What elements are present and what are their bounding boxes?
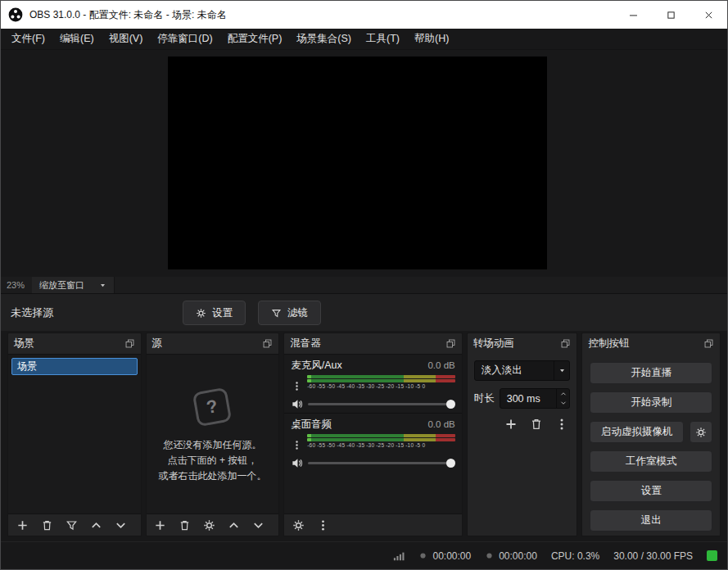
scenes-toolbar bbox=[8, 513, 141, 536]
menu-tools[interactable]: 工具(T) bbox=[359, 29, 407, 49]
cpu-usage: CPU: 0.3% bbox=[551, 550, 599, 562]
zoom-fit-select[interactable]: 缩放至窗口 bbox=[32, 277, 114, 293]
menu-scene-collection[interactable]: 场景集合(S) bbox=[289, 29, 359, 49]
source-properties-button[interactable]: 设置 bbox=[183, 301, 246, 325]
menu-edit[interactable]: 编辑(E) bbox=[52, 29, 102, 49]
studio-mode-button[interactable]: 工作室模式 bbox=[590, 450, 712, 473]
scene-list-item[interactable]: 场景 bbox=[11, 358, 138, 375]
mixer-title: 混音器 bbox=[290, 337, 321, 351]
add-transition-button[interactable] bbox=[504, 418, 518, 431]
volume-meter: -60 -55 -50 -45 -40 -35 -30 -25 -20 -15 … bbox=[307, 434, 454, 448]
duration-value: 300 ms bbox=[500, 389, 557, 408]
menubar: 文件(F) 编辑(E) 视图(V) 停靠窗口(D) 配置文件(P) 场景集合(S… bbox=[1, 29, 727, 50]
source-list[interactable]: ? 您还没有添加任何源。 点击下面的 + 按钮， 或者右击此处添加一个。 bbox=[147, 354, 279, 513]
mixer-channel-mic: 麦克风/Aux 0.0 dB -60 -55 -50 -45 -40 -35 -… bbox=[284, 355, 461, 413]
window-title: OBS 31.0.0 - 配置文件: 未命名 - 场景: 未命名 bbox=[29, 8, 227, 22]
menu-profile[interactable]: 配置文件(P) bbox=[220, 29, 290, 49]
zoom-percent: 23% bbox=[1, 277, 32, 293]
volume-meter: -60 -55 -50 -45 -40 -35 -30 -25 -20 -15 … bbox=[307, 375, 454, 389]
network-signal-icon bbox=[393, 550, 405, 562]
sources-title: 源 bbox=[152, 337, 163, 351]
transitions-body: 淡入淡出 时长 300 ms bbox=[468, 354, 577, 536]
move-scene-down-button[interactable] bbox=[114, 518, 127, 532]
dock-icon[interactable] bbox=[262, 338, 273, 349]
stream-status-icon bbox=[418, 551, 427, 560]
mixer-body: 麦克风/Aux 0.0 dB -60 -55 -50 -45 -40 -35 -… bbox=[284, 354, 461, 513]
move-source-up-button[interactable] bbox=[228, 518, 241, 532]
menu-file[interactable]: 文件(F) bbox=[4, 29, 52, 49]
start-recording-button[interactable]: 开始录制 bbox=[590, 391, 712, 414]
record-timer: 00:00:00 bbox=[485, 550, 537, 562]
preview-canvas[interactable] bbox=[168, 57, 547, 269]
exit-button[interactable]: 退出 bbox=[590, 509, 712, 532]
mute-button[interactable] bbox=[291, 398, 303, 410]
volume-slider-handle[interactable] bbox=[446, 400, 455, 409]
controls-title: 控制按钮 bbox=[588, 337, 629, 351]
chevron-down-icon bbox=[99, 282, 106, 289]
horizontal-scrollbar[interactable] bbox=[114, 277, 727, 293]
transition-select[interactable]: 淡入淡出 bbox=[474, 360, 571, 381]
channel-db-value: 0.0 dB bbox=[427, 419, 454, 429]
transition-options-button[interactable] bbox=[555, 418, 568, 431]
meter-scale: -60 -55 -50 -45 -40 -35 -30 -25 -20 -15 … bbox=[307, 383, 454, 389]
remove-transition-button[interactable] bbox=[530, 418, 543, 431]
duration-increase-button[interactable] bbox=[557, 389, 569, 399]
preview-zoom-bar: 23% 缩放至窗口 bbox=[1, 277, 727, 293]
move-source-down-button[interactable] bbox=[252, 518, 265, 532]
settings-button[interactable]: 设置 bbox=[590, 480, 712, 502]
add-source-button[interactable] bbox=[154, 518, 167, 532]
duration-decrease-button[interactable] bbox=[557, 399, 569, 409]
volume-slider[interactable] bbox=[308, 399, 454, 409]
source-context-bar: 未选择源 设置 滤镜 bbox=[1, 293, 727, 331]
start-virtual-camera-button[interactable]: 启动虚拟摄像机 bbox=[590, 421, 684, 443]
channel-options-button[interactable] bbox=[291, 375, 302, 396]
meter-scale: -60 -55 -50 -45 -40 -35 -30 -25 -20 -15 … bbox=[307, 442, 454, 448]
scenes-title: 场景 bbox=[14, 337, 34, 351]
menu-view[interactable]: 视图(V) bbox=[102, 29, 151, 49]
statusbar: 00:00:00 00:00:00 CPU: 0.3% 30.00 / 30.0… bbox=[1, 541, 727, 569]
duration-spinbox[interactable]: 300 ms bbox=[500, 388, 571, 409]
transitions-dock-header[interactable]: 转场动画 bbox=[468, 333, 577, 354]
close-button[interactable] bbox=[690, 1, 727, 29]
record-status-icon bbox=[485, 551, 494, 560]
context-buttons: 设置 滤镜 bbox=[183, 301, 321, 325]
advanced-audio-button[interactable] bbox=[292, 518, 305, 532]
start-streaming-button[interactable]: 开始直播 bbox=[590, 362, 712, 384]
gear-icon bbox=[196, 308, 206, 319]
add-scene-button[interactable] bbox=[16, 518, 29, 532]
remove-scene-button[interactable] bbox=[40, 518, 53, 532]
remove-source-button[interactable] bbox=[179, 518, 192, 532]
dock-icon[interactable] bbox=[560, 338, 571, 349]
menu-help[interactable]: 帮助(H) bbox=[407, 29, 456, 49]
virtual-camera-settings-button[interactable] bbox=[690, 421, 712, 443]
mute-button[interactable] bbox=[291, 457, 303, 469]
volume-slider-handle[interactable] bbox=[446, 459, 455, 468]
source-properties-toolbar-button[interactable] bbox=[203, 518, 216, 532]
fps-indicator: 30.00 / 30.00 FPS bbox=[613, 550, 693, 562]
maximize-button[interactable] bbox=[652, 1, 690, 29]
minimize-button[interactable] bbox=[614, 1, 652, 29]
dock-icon[interactable] bbox=[445, 338, 456, 349]
mixer-dock-header[interactable]: 混音器 bbox=[284, 333, 461, 354]
no-source-label: 未选择源 bbox=[11, 305, 53, 320]
mixer-options-button[interactable] bbox=[316, 518, 329, 532]
scenes-dock-header[interactable]: 场景 bbox=[8, 333, 141, 354]
duration-label: 时长 bbox=[474, 391, 495, 405]
controls-dock-header[interactable]: 控制按钮 bbox=[582, 333, 720, 354]
dock-icon[interactable] bbox=[124, 338, 135, 349]
volume-slider[interactable] bbox=[308, 458, 454, 468]
preview-area[interactable] bbox=[1, 50, 727, 277]
zoom-fit-label: 缩放至窗口 bbox=[39, 279, 84, 292]
stats-health-indicator bbox=[707, 550, 717, 561]
move-scene-up-button[interactable] bbox=[89, 518, 102, 532]
sources-empty-state: ? 您还没有添加任何源。 点击下面的 + 按钮， 或者右击此处添加一个。 bbox=[147, 355, 279, 513]
channel-options-button[interactable] bbox=[291, 434, 302, 455]
scene-filters-button[interactable] bbox=[65, 518, 78, 532]
source-filters-button[interactable]: 滤镜 bbox=[258, 301, 321, 325]
titlebar[interactable]: OBS 31.0.0 - 配置文件: 未命名 - 场景: 未命名 bbox=[1, 1, 727, 29]
mixer-dock: 混音器 麦克风/Aux 0.0 dB -60 -55 -50 -45 -40 - bbox=[283, 332, 462, 536]
dock-icon[interactable] bbox=[703, 338, 714, 349]
scene-list[interactable]: 场景 bbox=[8, 354, 141, 513]
menu-docks[interactable]: 停靠窗口(D) bbox=[150, 29, 219, 49]
sources-dock-header[interactable]: 源 bbox=[147, 333, 279, 354]
